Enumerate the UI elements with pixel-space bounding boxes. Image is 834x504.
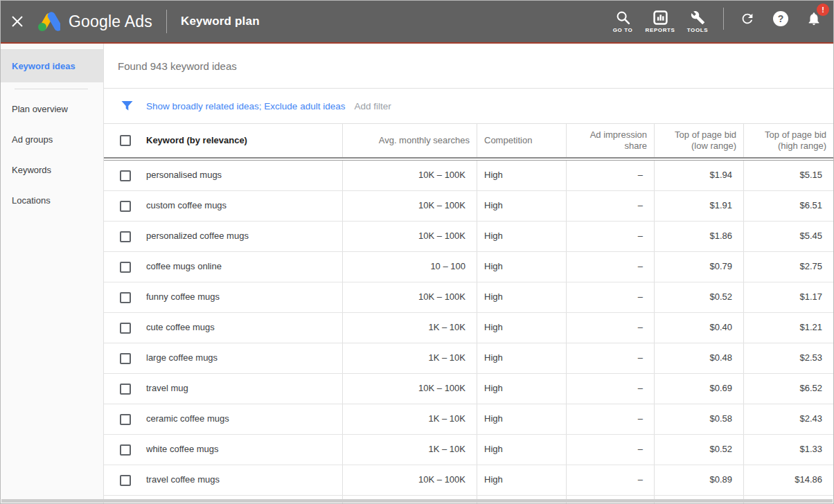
table-row[interactable]: funny coffee mugs 10K – 100K High – $0.5… [104,282,833,313]
table-row[interactable]: personalized coffee mugs 10K – 100K High… [104,222,833,252]
row-checkbox[interactable] [120,384,131,395]
impression-share-cell: – [566,191,654,221]
low-bid-cell: $0.52 [654,282,743,312]
high-bid-cell: $6.52 [743,374,833,404]
searches-cell: 10K – 100K [342,465,477,495]
row-checkbox[interactable] [120,231,131,242]
tools-button[interactable]: TOOLS [679,10,716,33]
impression-share-cell: – [566,435,654,465]
reports-button[interactable]: REPORTS [641,10,679,33]
sidebar-item-keywords[interactable]: Keywords [1,154,103,185]
row-checkbox[interactable] [120,353,131,364]
top-app-bar: Google Ads Keyword plan GO TO REPORTS [1,1,833,42]
keyword-text: funny coffee mugs [146,291,220,303]
high-bid-cell: $6.51 [743,191,833,221]
low-bid-cell: $0.52 [654,435,743,465]
help-button[interactable]: ? [764,2,797,35]
select-all-checkbox[interactable] [120,135,131,146]
table-row[interactable]: custom coffee mugs 10K – 100K High – $1.… [104,191,833,222]
impression-share-cell: – [566,161,654,190]
close-button[interactable] [1,1,34,42]
google-ads-logo [37,10,60,33]
row-checkbox[interactable] [120,292,131,303]
sidebar-divider [15,89,88,89]
goto-button[interactable]: GO TO [604,10,641,33]
row-checkbox[interactable] [120,323,131,334]
row-checkbox[interactable] [120,262,131,273]
table-row[interactable]: travel mug 10K – 100K High – $0.69 $6.52 [104,374,833,404]
searches-cell: 1K – 10K [342,313,477,343]
keyword-cell: funny coffee mugs [104,282,342,312]
table-row[interactable]: travel coffee mugs 10K – 100K High – $0.… [104,465,833,496]
high-bid-cell: $5.45 [743,222,833,251]
impression-share-cell: – [566,465,654,495]
row-checkbox[interactable] [120,475,131,486]
searches-cell: 10K – 100K [342,161,477,190]
table-row[interactable]: ceramic coffee mugs 1K – 10K High – $0.5… [104,404,833,435]
keyword-cell: personalised mugs [104,161,342,190]
google-ads-window: Google Ads Keyword plan GO TO REPORTS [0,0,834,504]
sidebar-item-ad-groups[interactable]: Ad groups [1,124,103,154]
refresh-button[interactable] [731,2,764,35]
low-bid-cell: $0.40 [654,313,743,343]
low-bid-cell: $0.79 [654,252,743,282]
high-bid-cell: $2.53 [743,343,833,373]
searches-cell: 1K – 10K [342,404,477,434]
keyword-text: white coffee mugs [146,444,219,455]
row-checkbox[interactable] [120,170,131,181]
sidebar-item-plan-overview[interactable]: Plan overview [1,93,103,124]
searches-cell: 1K – 10K [342,343,477,373]
low-bid-cell: $1.91 [654,191,743,221]
keyword-cell: personalized coffee mugs [104,222,342,251]
close-icon [10,15,24,28]
sidebar-item-locations[interactable]: Locations [1,185,103,215]
table-row[interactable]: white coffee mugs 1K – 10K High – $0.52 … [104,435,833,465]
table-row[interactable]: coffee mugs online 10 – 100 High – $0.79… [104,252,833,282]
notifications-button[interactable]: ! [797,2,831,35]
keyword-cell: cute coffee mugs [104,313,342,343]
high-bid-cell: $2.43 [743,404,833,434]
horizontal-scrollbar[interactable] [1,499,833,503]
topbar-divider [723,8,724,30]
keyword-cell: coffee mugs online [104,252,342,282]
impression-share-cell: – [566,282,654,312]
table-row[interactable]: cute coffee mugs 1K – 10K High – $0.40 $… [104,313,833,343]
competition-cell: High [477,374,566,404]
row-checkbox[interactable] [120,414,131,425]
competition-cell: High [477,252,566,282]
keyword-text: custom coffee mugs [146,200,227,211]
impression-share-cell: – [566,404,654,434]
wrench-icon [691,10,705,25]
col-high-bid: Top of page bid (high range) [743,124,833,157]
applied-filters-link[interactable]: Show broadly related ideas; Exclude adul… [146,101,345,111]
keyword-text: travel mug [146,383,188,394]
brand-name: Google Ads [69,12,152,31]
col-impression-share: Ad impression share [566,124,654,157]
add-filter-button[interactable]: Add filter [354,101,391,111]
col-low-bid: Top of page bid (low range) [654,124,743,157]
col-keyword: Keyword (by relevance) [146,135,247,146]
keyword-text: large coffee mugs [146,352,218,363]
row-checkbox[interactable] [120,444,131,456]
table-row[interactable]: large coffee mugs 1K – 10K High – $0.48 … [104,343,833,374]
col-searches: Avg. monthly searches [342,124,477,157]
competition-cell: High [477,404,566,434]
sidebar-item-keyword-ideas[interactable]: Keyword ideas [1,49,103,82]
row-checkbox[interactable] [120,201,131,212]
low-bid-cell: $1.86 [654,222,743,251]
impression-share-cell: – [566,313,654,343]
topbar-divider [166,10,167,33]
keyword-text: ceramic coffee mugs [146,413,229,424]
notification-badge: ! [817,3,829,16]
header-keyword-cell: Keyword (by relevance) [104,124,342,157]
high-bid-cell: $14.86 [743,465,833,495]
competition-cell: High [477,222,566,251]
search-icon [616,10,630,25]
table-header: Keyword (by relevance) Avg. monthly sear… [104,124,833,157]
table-row[interactable]: personalised mugs 10K – 100K High – $1.9… [104,161,833,191]
col-competition: Competition [477,124,566,157]
competition-cell: High [477,343,566,373]
keyword-text: travel coffee mugs [146,474,220,485]
filter-icon [121,100,133,111]
keyword-text: personalized coffee mugs [146,231,249,242]
